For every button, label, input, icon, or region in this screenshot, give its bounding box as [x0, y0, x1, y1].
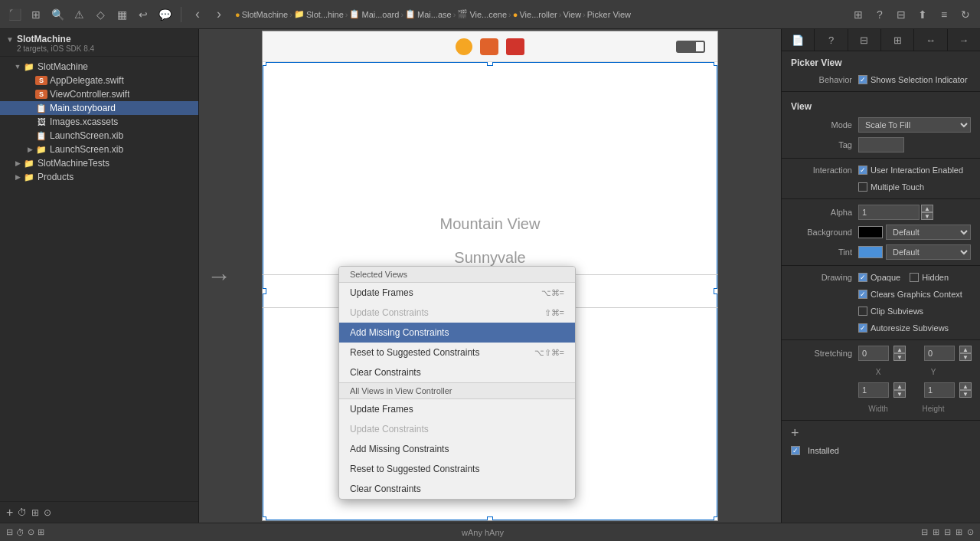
bc-scene[interactable]: 🎬 Vie...cene — [457, 9, 507, 19]
sh-up[interactable]: ▲ — [959, 382, 972, 390]
align-icon[interactable]: ⊟ — [944, 527, 951, 537]
ctx-update-constraints2[interactable]: Update Constraints — [339, 419, 575, 439]
bc-controller[interactable]: ● Vie...roller — [513, 10, 557, 19]
alpha-down[interactable]: ▼ — [921, 212, 933, 220]
handle-top-center[interactable] — [487, 62, 493, 66]
inspector-toggle[interactable]: ⊞ — [850, 6, 867, 23]
nav-forward[interactable]: › — [211, 6, 227, 23]
handle-bot-left[interactable] — [263, 516, 266, 520]
tint-select[interactable]: Default — [886, 244, 971, 260]
search-icon[interactable]: 🔍 — [49, 6, 66, 23]
stretch-h-input[interactable] — [924, 382, 955, 398]
ctx-update-frames[interactable]: Update Frames ⌥⌘= — [339, 283, 575, 303]
inspector-tab-size[interactable]: ↔ — [914, 29, 947, 51]
nav-back[interactable]: ‹ — [189, 6, 206, 23]
sidebar-item-images[interactable]: 🖼 Images.xcassets — [0, 115, 198, 129]
sidebar-item-viewcontroller[interactable]: S ViewController.swift — [0, 87, 198, 101]
bottom-icon-debug[interactable]: ⏱ — [16, 528, 24, 537]
installed-checkbox[interactable] — [791, 446, 800, 455]
multitouch-checkbox[interactable] — [858, 182, 867, 192]
constraints-icon[interactable]: ⊟ — [921, 527, 928, 537]
sy1-down[interactable]: ▼ — [959, 353, 972, 361]
opaque-checkbox[interactable] — [858, 273, 867, 282]
handle-bot-center[interactable] — [487, 516, 493, 520]
sw-up[interactable]: ▲ — [893, 382, 906, 390]
alpha-stepper[interactable]: ▲ ▼ — [921, 205, 933, 220]
stretch-w-input[interactable] — [858, 382, 889, 398]
inspector-tab-file[interactable]: 📄 — [782, 29, 815, 51]
history-icon[interactable]: ↩ — [135, 6, 152, 23]
inspector-tab-quick-help[interactable]: ? — [815, 29, 848, 51]
user-interaction-checkbox[interactable] — [858, 166, 867, 175]
pin-icon[interactable]: ⊞ — [956, 527, 962, 537]
bottom-icon-zoom-fit[interactable]: ⊞ — [38, 527, 44, 537]
sw-down[interactable]: ▼ — [893, 390, 906, 398]
sidebar-item-products[interactable]: ▶ 📁 Products — [0, 170, 198, 184]
bc-view[interactable]: View — [563, 10, 581, 19]
stretch-w-stepper[interactable]: ▲ ▼ — [893, 382, 906, 398]
organizer-icon[interactable]: ⊟ — [893, 6, 910, 23]
autoresize-checkbox[interactable] — [858, 323, 867, 333]
alpha-up[interactable]: ▲ — [921, 205, 933, 212]
plus-btn[interactable]: + — [791, 425, 799, 441]
handle-top-right[interactable] — [714, 62, 717, 66]
activity-icon[interactable]: ↻ — [957, 6, 974, 23]
filter-icon[interactable]: ⏱ — [18, 507, 27, 518]
stretch-y1-input[interactable] — [924, 346, 955, 361]
hidden-checkbox[interactable] — [910, 273, 919, 282]
stretch-h-stepper[interactable]: ▲ ▼ — [959, 382, 972, 398]
grid-icon[interactable]: ⊞ — [28, 6, 44, 23]
sidebar-item-main-storyboard[interactable]: 📋 Main.storyboard — [0, 101, 198, 115]
shows-selection-checkbox[interactable] — [858, 75, 867, 84]
stretch-y1-stepper[interactable]: ▲ ▼ — [959, 346, 972, 361]
stretch-x1-input[interactable] — [858, 346, 889, 361]
bc-base[interactable]: 📋 Mai...ase — [405, 9, 452, 19]
background-swatch[interactable] — [858, 226, 883, 238]
inspector-tab-identity[interactable]: ⊟ — [848, 29, 881, 51]
inspector-tab-attributes[interactable]: ⊞ — [881, 29, 914, 51]
update-frames-icon[interactable]: ⊞ — [933, 527, 939, 537]
picker-item-0[interactable]: Mountain View — [263, 207, 717, 241]
background-select[interactable]: Default — [886, 225, 971, 240]
clip-subviews-checkbox[interactable] — [858, 307, 867, 316]
bottom-icon-issues[interactable]: ⊙ — [28, 527, 34, 537]
handle-bot-right[interactable] — [714, 516, 717, 520]
sidebar-item-appdelegate[interactable]: S AppDelegate.swift — [0, 74, 198, 87]
handle-top-left[interactable] — [263, 62, 266, 66]
stretch-x1-stepper[interactable]: ▲ ▼ — [893, 346, 906, 361]
run-icon[interactable]: ⬆ — [914, 6, 931, 23]
ctx-update-frames2[interactable]: Update Frames — [339, 399, 575, 419]
tint-swatch[interactable] — [858, 246, 883, 258]
ctx-add-missing2[interactable]: Add Missing Constraints — [339, 439, 575, 459]
add-file-btn[interactable]: + — [6, 506, 13, 520]
comment-icon[interactable]: 💬 — [156, 6, 173, 23]
bottom-icon-view[interactable]: ⊟ — [6, 527, 13, 537]
issues-icon[interactable]: ⊙ — [967, 527, 974, 537]
sx1-up[interactable]: ▲ — [893, 346, 906, 353]
warning-icon[interactable]: ⚠ — [70, 6, 87, 23]
sidebar-item-tests[interactable]: ▶ 📁 SlotMachineTests — [0, 156, 198, 170]
folder-icon[interactable]: ⬛ — [6, 6, 23, 23]
inspector-tab-connections[interactable]: → — [948, 29, 980, 51]
ctx-add-missing-constraints[interactable]: Add Missing Constraints — [339, 323, 575, 343]
bc-slotmachine[interactable]: ● SlotMachine — [235, 10, 288, 19]
bookmark-icon[interactable]: ◇ — [92, 6, 109, 23]
mode-select[interactable]: Scale To Fill — [858, 117, 971, 133]
sort-icon[interactable]: ⊞ — [31, 507, 39, 518]
tag-input[interactable] — [858, 137, 904, 152]
ctx-clear-constraints2[interactable]: Clear Constraints — [339, 479, 575, 499]
bc-picker-view[interactable]: Picker View — [587, 10, 631, 19]
clears-graphics-checkbox[interactable] — [858, 290, 867, 299]
layout-icon[interactable]: ▦ — [113, 6, 130, 23]
alpha-input[interactable] — [858, 205, 920, 220]
sidebar-item-supporting-files[interactable]: ▶ 📁 LaunchScreen.xib — [0, 143, 198, 156]
sx1-down[interactable]: ▼ — [893, 353, 906, 361]
ctx-update-constraints[interactable]: Update Constraints ⇧⌘= — [339, 303, 575, 323]
sidebar-item-slotmachine-group[interactable]: ▼ 📁 SlotMachine — [0, 60, 198, 74]
sh-down[interactable]: ▼ — [959, 390, 972, 398]
recent-icon[interactable]: ⊙ — [44, 507, 51, 518]
scheme-icon[interactable]: ≡ — [936, 6, 952, 23]
ctx-reset-suggested2[interactable]: Reset to Suggested Constraints — [339, 459, 575, 479]
sidebar-item-launchscreen[interactable]: 📋 LaunchScreen.xib — [0, 129, 198, 143]
bc-folder[interactable]: 📁 Slot...hine — [294, 9, 344, 19]
